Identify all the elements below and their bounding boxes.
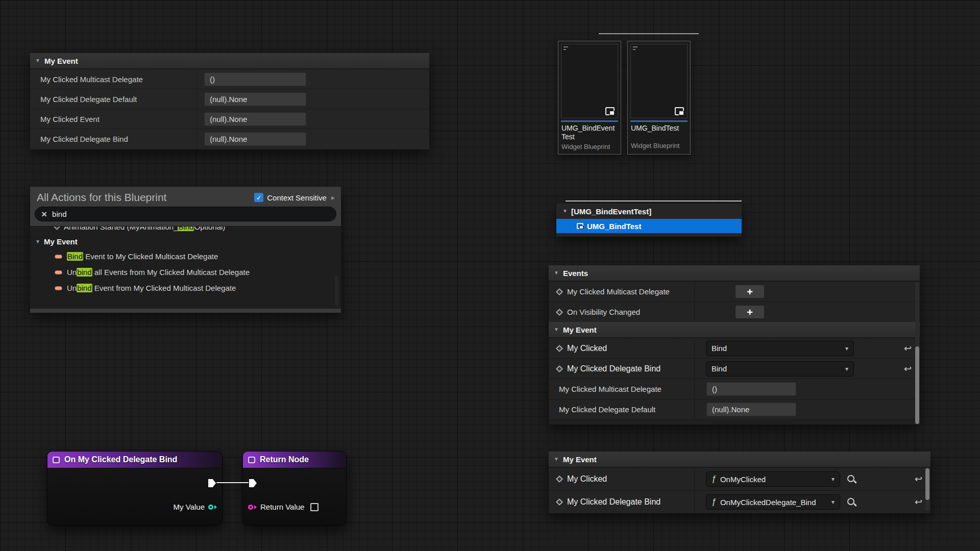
widget-blueprint-icon	[577, 223, 583, 229]
value-field[interactable]: (null).None	[204, 92, 306, 106]
function-binding-row: My Clicked Delegate Bind ƒ OnMyClickedDe…	[549, 490, 930, 513]
scrollbar-track[interactable]	[915, 282, 919, 420]
asset-tile-umg-bindtest[interactable]: UMG_BindTest Widget Blueprint	[627, 41, 691, 155]
reset-to-default-button[interactable]: ↩	[915, 474, 922, 484]
browse-to-function-icon[interactable]	[846, 497, 856, 507]
asset-thumbnail	[561, 44, 618, 118]
reset-to-default-button[interactable]: ↩	[904, 344, 912, 353]
search-value: bind	[52, 210, 66, 218]
details-row: My Clicked Multicast Delegate ()	[549, 379, 920, 399]
category-header-events[interactable]: ▼ Events	[549, 265, 920, 281]
collapse-arrow-icon: ▼	[35, 58, 40, 63]
value-field[interactable]: ()	[204, 72, 306, 86]
details-row: My Clicked Event (null).None	[30, 109, 429, 129]
context-sensitive-toggle[interactable]: ✓ Context Sensitive ▸	[254, 193, 335, 202]
content-browser-divider	[599, 33, 699, 34]
node-header[interactable]: Return Node	[243, 452, 346, 468]
row-label: On Visibility Changed	[567, 308, 640, 316]
browse-to-function-icon[interactable]	[846, 474, 856, 484]
thumbnail-placeholder-lines	[631, 46, 687, 50]
reference-list: ▼ [UMG_BindEventTest] UMG_BindTest	[556, 204, 742, 237]
bind-dropdown[interactable]: Bind ▾	[706, 341, 854, 356]
value-field[interactable]: (null).None	[204, 112, 306, 126]
hierarchy-selected-row[interactable]: UMG_BindTest	[556, 219, 742, 233]
node-title: On My Clicked Delegate Bind	[64, 455, 177, 464]
function-binding-dropdown[interactable]: ƒ OnMyClicked ▾	[706, 471, 840, 487]
hierarchy-root-row[interactable]: ▼ [UMG_BindEventTest]	[556, 204, 742, 219]
event-pin-icon	[556, 498, 563, 506]
add-event-button[interactable]: +	[735, 285, 765, 298]
input-pin-return-value[interactable]	[248, 505, 257, 510]
event-pin-icon	[556, 475, 563, 483]
clipped-action-item[interactable]: Animation Started (MyAnimation_BindOptio…	[30, 227, 341, 235]
thumbnail-placeholder-lines	[561, 46, 618, 50]
actions-list: Animation Started (MyAnimation_BindOptio…	[30, 226, 341, 309]
exec-input-pin[interactable]	[249, 479, 257, 487]
action-item-bind-event[interactable]: Bind Event to My Clicked Multicast Deleg…	[30, 248, 341, 264]
add-event-button[interactable]: +	[735, 305, 765, 319]
action-item-unbind-event[interactable]: Unbind Event from My Clicked Multicast D…	[30, 280, 341, 296]
scrollbar-track[interactable]	[925, 467, 929, 511]
chevron-down-icon: ▾	[831, 498, 835, 506]
widget-blueprint-icon	[605, 107, 615, 115]
category-header-my-event[interactable]: ▼ My Event	[549, 452, 930, 467]
collapse-arrow-icon: ▼	[35, 239, 40, 244]
value-field[interactable]: (null).None	[706, 403, 796, 416]
search-input[interactable]: × bind	[35, 207, 336, 221]
details-panel-top: ▼ My Event My Clicked Multicast Delegate…	[30, 53, 429, 149]
category-header-my-event[interactable]: ▼ My Event	[30, 53, 429, 69]
chevron-down-icon: ▾	[845, 345, 848, 352]
hierarchy-item-label: UMG_BindTest	[587, 222, 641, 231]
details-row: My Clicked Delegate Default (null).None	[30, 89, 429, 109]
exec-connection-wire[interactable]	[216, 482, 249, 483]
collapse-arrow-icon: ▼	[554, 327, 559, 332]
node-return-node[interactable]: Return Node Return Value	[242, 451, 347, 525]
clear-search-icon[interactable]: ×	[41, 209, 47, 219]
row-label: My Clicked Delegate Default	[559, 405, 655, 414]
function-icon: ƒ	[712, 497, 716, 507]
reset-to-default-button[interactable]: ↩	[904, 364, 912, 373]
asset-tile-umg-bindeventtest[interactable]: UMG_BindEventTest Widget Blueprint	[558, 41, 621, 155]
chevron-down-icon: ▾	[831, 475, 835, 483]
row-label: My Clicked Event	[30, 115, 197, 123]
reset-to-default-button[interactable]: ↩	[915, 497, 922, 507]
input-pin-row: Return Value	[248, 503, 318, 511]
function-binding-dropdown[interactable]: ƒ OnMyClickedDelegate_Bind ▾	[706, 494, 840, 510]
pin-label: My Value	[174, 503, 205, 511]
blueprint-canvas[interactable]: ▼ My Event My Clicked Multicast Delegate…	[0, 0, 980, 551]
row-label: My Clicked Delegate Bind	[567, 497, 660, 507]
bind-dropdown[interactable]: Bind ▾	[706, 361, 854, 377]
collapse-arrow-icon: ▼	[554, 270, 559, 276]
row-label: My Clicked Delegate Bind	[567, 364, 660, 373]
widget-blueprint-icon	[675, 107, 684, 115]
blueprint-actions-menu: All Actions for this Blueprint ✓ Context…	[30, 187, 341, 313]
event-node-icon	[53, 457, 60, 463]
category-header-my-event[interactable]: ▼ My Event	[549, 322, 920, 338]
event-row: My Clicked Multicast Delegate +	[549, 281, 920, 302]
node-on-my-clicked-delegate-bind[interactable]: On My Clicked Delegate Bind My Value	[47, 451, 223, 525]
value-field[interactable]: (null).None	[204, 132, 306, 146]
node-title: Return Node	[260, 455, 309, 464]
asset-name: UMG_BindEventTest	[558, 122, 621, 142]
value-field[interactable]: ()	[706, 382, 796, 396]
delegate-icon	[55, 255, 62, 259]
event-row: On Visibility Changed +	[549, 302, 920, 322]
event-pin-icon	[556, 308, 563, 315]
delegate-icon	[55, 270, 62, 274]
output-pin-my-value[interactable]	[208, 505, 217, 510]
scrollbar-thumb[interactable]	[925, 468, 929, 500]
exec-output-pin[interactable]	[208, 479, 216, 487]
event-icon	[54, 227, 60, 230]
scrollbar-track[interactable]	[335, 276, 338, 306]
node-header[interactable]: On My Clicked Delegate Bind	[47, 452, 222, 468]
actions-menu-title: All Actions for this Blueprint	[37, 191, 254, 204]
actions-category-my-event[interactable]: ▼ My Event	[30, 235, 341, 248]
scrollbar-thumb[interactable]	[915, 346, 919, 424]
checkbox-checked-icon[interactable]: ✓	[254, 193, 263, 202]
chevron-right-icon[interactable]: ▸	[331, 193, 335, 202]
bool-default-checkbox[interactable]	[310, 503, 318, 511]
return-node-icon	[248, 457, 255, 463]
row-label: My Clicked	[567, 344, 607, 353]
action-item-unbind-all[interactable]: Unbind all Events from My Clicked Multic…	[30, 264, 341, 280]
event-pin-icon	[556, 365, 563, 372]
